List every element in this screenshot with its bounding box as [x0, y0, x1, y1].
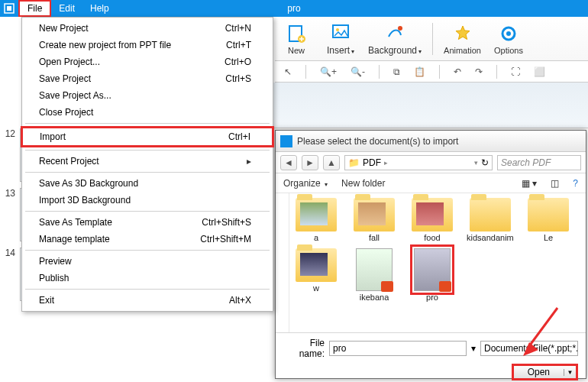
redo-icon[interactable]: ↷	[475, 66, 483, 77]
ppt-badge-icon	[439, 281, 451, 292]
folder-item[interactable]: kidsandanimals	[467, 198, 514, 242]
file-menu-manage-template[interactable]: Manage templateCtrl+Shift+M	[22, 231, 273, 248]
caret-down-icon: ▾	[351, 48, 354, 55]
file-name-dropdown-icon[interactable]: ▾	[471, 343, 476, 354]
preview-pane-icon[interactable]: ◫	[551, 178, 559, 189]
new-icon	[286, 23, 307, 44]
menu-separator	[25, 123, 270, 124]
file-menu-open[interactable]: Open Project...Ctrl+O	[22, 53, 273, 70]
fit-icon[interactable]: ⛶	[511, 66, 520, 77]
paste-icon[interactable]: 📋	[414, 66, 425, 77]
toolbar-separator	[305, 65, 306, 79]
view-options-icon[interactable]: ▦ ▾	[522, 178, 537, 189]
folder-item[interactable]: fall	[351, 198, 398, 242]
chevron-down-icon[interactable]: ▾	[474, 159, 478, 167]
menu-file[interactable]: File	[18, 0, 51, 17]
secondary-toolbar: ↖ 🔍+ 🔍- ⧉ 📋 ↶ ↷ ⛶ ⬜	[275, 61, 588, 83]
toolbar-insert-button[interactable]: Insert▾	[324, 22, 357, 56]
nav-up-button[interactable]: ▲	[323, 155, 340, 170]
file-menu-dropdown: New ProjectCtrl+N Create new project fro…	[21, 17, 273, 312]
background-icon	[384, 22, 405, 44]
ppt-badge-icon	[381, 281, 393, 292]
file-menu-new-project[interactable]: New ProjectCtrl+N	[22, 20, 273, 37]
dialog-titlebar: Please select the document(s) to import	[276, 131, 586, 152]
chevron-right-icon: ▸	[384, 159, 388, 167]
toolbar-separator	[496, 65, 497, 79]
file-menu-import[interactable]: ImportCtrl+I	[21, 126, 274, 147]
dialog-nav-bar: ◄ ► ▲ 📁 PDF ▸ ▾ ↻ Search PDF	[276, 152, 586, 173]
zoom-out-icon[interactable]: 🔍-	[351, 66, 365, 77]
svg-point-5	[336, 28, 339, 31]
folder-item[interactable]: Le	[525, 198, 572, 242]
file-menu-import-3d-bg[interactable]: Import 3D Background	[22, 192, 273, 209]
dialog-sidebar[interactable]	[276, 193, 289, 332]
file-menu-publish[interactable]: Publish	[22, 270, 273, 286]
folder-icon: 📁	[348, 157, 360, 168]
refresh-icon[interactable]: ↻	[481, 157, 489, 168]
file-menu-from-ppt[interactable]: Create new project from PPT fileCtrl+T	[22, 37, 273, 53]
menu-separator	[25, 289, 270, 290]
dialog-footer: File name: ▾ Documents File(*.ppt;*.p▾ O…	[276, 332, 586, 378]
search-input[interactable]: Search PDF	[497, 155, 581, 170]
menu-edit[interactable]: Edit	[51, 2, 82, 15]
nav-back-button[interactable]: ◄	[280, 155, 297, 170]
toolbar-new-button[interactable]: New	[279, 23, 313, 55]
menu-separator	[25, 250, 270, 251]
app-title: pro	[287, 3, 300, 14]
file-type-dropdown[interactable]: Documents File(*.ppt;*.p▾	[480, 341, 578, 356]
help-icon[interactable]: ?	[573, 178, 578, 189]
undo-icon[interactable]: ↶	[454, 66, 461, 77]
caret-down-icon: ▾	[325, 181, 328, 188]
menu-separator	[25, 211, 270, 212]
file-menu-save-template[interactable]: Save As TemplateCtrl+Shift+S	[22, 214, 273, 231]
app-logo-icon	[0, 0, 18, 17]
svg-rect-1	[7, 6, 11, 11]
toolbar-options-button[interactable]: Options	[492, 23, 525, 55]
folder-item[interactable]: a	[292, 198, 340, 242]
animation-icon	[452, 23, 473, 44]
dialog-app-icon	[280, 135, 292, 147]
menu-help[interactable]: Help	[82, 2, 117, 15]
menu-separator	[25, 172, 270, 173]
copy-icon[interactable]: ⧉	[393, 66, 400, 77]
file-item-selected[interactable]: pro	[409, 248, 456, 302]
dialog-toolbar: Organize ▾ New folder ▦ ▾ ◫ ?	[276, 173, 586, 193]
insert-icon	[330, 22, 351, 44]
file-item[interactable]: ikebana	[351, 248, 398, 302]
file-name-label: File name:	[283, 338, 325, 359]
caret-down-icon: ▾	[418, 48, 422, 55]
file-menu-recent[interactable]: Recent Project▸	[22, 153, 273, 170]
address-bar[interactable]: 📁 PDF ▸ ▾ ↻	[344, 155, 493, 170]
folder-item[interactable]: food	[409, 198, 456, 242]
file-menu-preview[interactable]: Preview	[22, 253, 273, 270]
file-menu-save-3d-bg[interactable]: Save As 3D Background	[22, 175, 273, 192]
file-menu-save-as[interactable]: Save Project As...	[22, 87, 273, 104]
gear-icon	[498, 23, 519, 44]
svg-point-6	[398, 26, 402, 31]
menu-bar: File Edit Help pro	[0, 0, 588, 17]
arrow-cursor-icon[interactable]: ↖	[284, 66, 292, 77]
submenu-arrow-icon: ▸	[247, 156, 251, 167]
main-toolbar: New Insert▾ Background▾ Animation Option…	[275, 17, 588, 61]
toolbar-separator	[379, 65, 380, 79]
organize-button[interactable]: Organize ▾	[283, 178, 328, 189]
toolbar-animation-button[interactable]: Animation	[444, 23, 481, 55]
toolbar-separator	[432, 23, 433, 55]
file-name-input[interactable]	[329, 341, 467, 356]
file-menu-close[interactable]: Close Project	[22, 104, 273, 121]
open-button[interactable]: Open ▼	[512, 364, 578, 380]
file-list: a fall food kidsandanimals Le w ikebana …	[289, 193, 586, 332]
folder-item[interactable]: w	[292, 248, 340, 302]
file-menu-exit[interactable]: ExitAlt+X	[22, 292, 273, 309]
zoom-in-icon[interactable]: 🔍+	[320, 66, 337, 77]
import-dialog: Please select the document(s) to import …	[275, 130, 586, 379]
nav-forward-button[interactable]: ►	[302, 155, 318, 170]
dialog-title: Please select the document(s) to import	[297, 136, 458, 147]
new-folder-button[interactable]: New folder	[341, 178, 385, 189]
toolbar-background-button[interactable]: Background▾	[368, 22, 422, 56]
file-menu-save[interactable]: Save ProjectCtrl+S	[22, 70, 273, 87]
toolbar-separator	[439, 65, 440, 79]
menu-separator	[25, 150, 270, 151]
fullscreen-icon[interactable]: ⬜	[534, 66, 545, 77]
open-split-dropdown[interactable]: ▼	[564, 369, 576, 376]
